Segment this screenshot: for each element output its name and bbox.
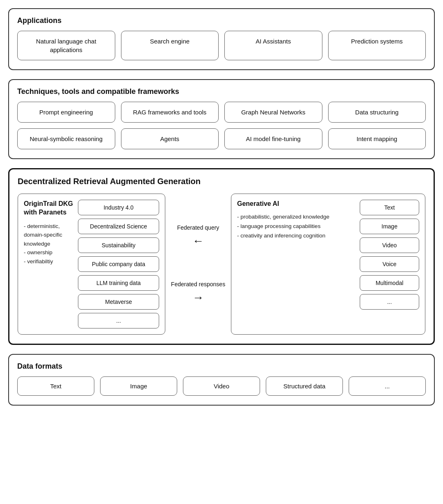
- tech-chip-4: Data structuring: [328, 102, 426, 123]
- techniques-grid: Prompt engineering RAG frameworks and to…: [17, 102, 426, 149]
- data-formats-section: Data formats Text Image Video Structured…: [8, 354, 435, 406]
- ot-label: OriginTrail DKG with Paranets - determin…: [24, 200, 73, 328]
- app-chip-1: Natural language chat applications: [17, 31, 115, 60]
- tech-chip-5: Neural-symbolic reasoning: [17, 128, 115, 149]
- format-chip-1: Text: [17, 376, 94, 396]
- arrow-left-icon: ←: [177, 235, 219, 248]
- gen-chip-3: Video: [360, 237, 419, 253]
- techniques-section: Techniques, tools and compatible framewo…: [8, 79, 435, 159]
- ot-chip-1: Industry 4.0: [78, 200, 159, 215]
- ot-chip-7: ...: [78, 313, 159, 328]
- format-chip-5: ...: [349, 376, 426, 396]
- data-formats-title: Data formats: [17, 362, 426, 371]
- gen-ai-title: Generative AI: [237, 200, 355, 208]
- tech-chip-6: Agents: [121, 128, 219, 149]
- format-chip-4: Structured data: [266, 376, 343, 396]
- app-chip-4: Prediction systems: [328, 31, 426, 60]
- applications-section: Applications Natural language chat appli…: [8, 8, 435, 70]
- tech-chip-2: RAG frameworks and tools: [121, 102, 219, 123]
- drag-title: Decentralized Retrieval Augmented Genera…: [18, 177, 425, 186]
- federated-query-area: Federated query ←: [177, 224, 219, 248]
- ot-chip-6: Metaverse: [78, 294, 159, 310]
- ot-title: OriginTrail DKG with Paranets: [24, 200, 73, 217]
- tech-chip-3: Graph Neural Networks: [224, 102, 322, 123]
- gen-chip-1: Text: [360, 200, 419, 215]
- ot-chip-4: Public company data: [78, 256, 159, 272]
- gen-chip-4: Voice: [360, 256, 419, 272]
- ot-chips: Industry 4.0 Decentralized Science Susta…: [78, 200, 159, 328]
- ot-desc: - deterministic, domain-specific knowled…: [24, 222, 73, 266]
- app-chip-3: AI Assistants: [224, 31, 322, 60]
- tech-chip-1: Prompt engineering: [17, 102, 115, 123]
- left-panel: OriginTrail DKG with Paranets - determin…: [18, 194, 165, 335]
- drag-inner: OriginTrail DKG with Paranets - determin…: [18, 194, 425, 335]
- data-formats-row: Text Image Video Structured data ...: [17, 376, 426, 396]
- federated-response-area: Federated responses →: [171, 281, 225, 304]
- gen-ai-chips: Text Image Video Voice Multimodal ...: [360, 200, 419, 328]
- federated-response-label: Federated responses: [171, 281, 225, 289]
- techniques-title: Techniques, tools and compatible framewo…: [17, 87, 426, 96]
- middle-area: Federated query ← Federated responses →: [165, 194, 231, 335]
- gen-ai-desc: - probabilistic, generalized knowledge- …: [237, 212, 355, 241]
- gen-chip-5: Multimodal: [360, 275, 419, 291]
- arrow-right-icon: →: [171, 291, 225, 304]
- drag-section: Decentralized Retrieval Augmented Genera…: [8, 168, 435, 345]
- right-panel: Generative AI - probabilistic, generaliz…: [231, 194, 425, 335]
- app-chip-2: Search engine: [121, 31, 219, 60]
- ot-chip-3: Sustainability: [78, 237, 159, 253]
- gen-chip-6: ...: [360, 294, 419, 310]
- gen-chip-2: Image: [360, 219, 419, 234]
- format-chip-2: Image: [100, 376, 177, 396]
- gen-ai-label: Generative AI - probabilistic, generaliz…: [237, 200, 355, 328]
- federated-query-label: Federated query: [177, 224, 219, 232]
- ot-chip-5: LLM training data: [78, 275, 159, 291]
- tech-chip-8: Intent mapping: [328, 128, 426, 149]
- tech-chip-7: AI model fine-tuning: [224, 128, 322, 149]
- format-chip-3: Video: [183, 376, 260, 396]
- applications-title: Applications: [17, 16, 426, 25]
- applications-chips: Natural language chat applications Searc…: [17, 31, 426, 60]
- ot-chip-2: Decentralized Science: [78, 219, 159, 234]
